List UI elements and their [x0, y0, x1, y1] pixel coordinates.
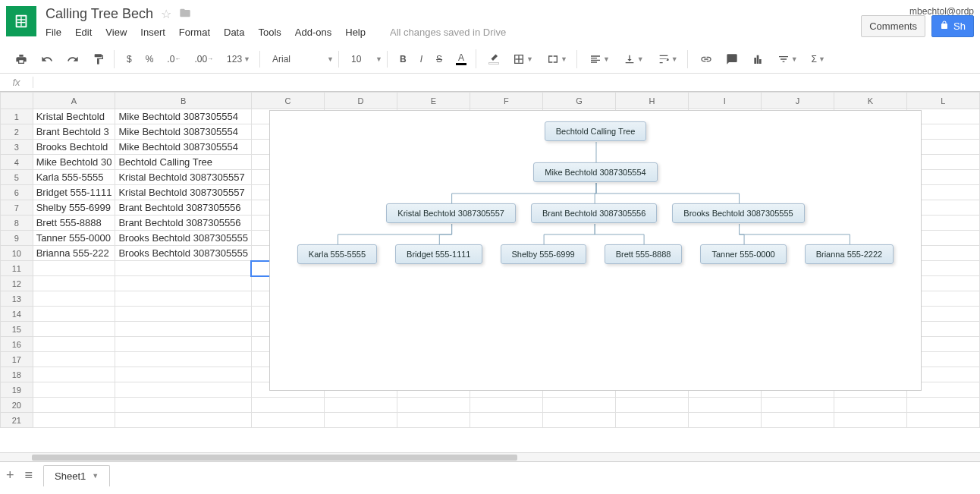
row-header-8[interactable]: 8	[1, 216, 33, 231]
cell-A17[interactable]	[33, 352, 115, 367]
row-header-19[interactable]: 19	[1, 382, 33, 398]
strikethrough-button[interactable]: S	[432, 51, 447, 68]
borders-button[interactable]: ▼	[508, 50, 538, 68]
menu-format[interactable]: Format	[179, 27, 210, 38]
print-icon[interactable]	[11, 50, 32, 68]
sheets-logo[interactable]	[6, 6, 36, 36]
cell-D20[interactable]	[324, 398, 397, 413]
col-header-I[interactable]: I	[688, 93, 761, 109]
col-header-C[interactable]: C	[251, 93, 324, 109]
row-header-7[interactable]: 7	[1, 200, 33, 216]
cell-A6[interactable]: Bridget 555-1111	[33, 185, 115, 200]
number-format[interactable]: 123▼	[222, 51, 255, 68]
cell-B3[interactable]: Mike Bechtold 3087305554	[115, 140, 252, 155]
decrease-decimal[interactable]: .0←	[162, 51, 185, 68]
cell-B6[interactable]: Kristal Bechtold 3087305557	[115, 185, 252, 200]
sheet-area[interactable]: ABCDEFGHIJKL1Kristal BechtoldMike Bechto…	[0, 92, 980, 452]
percent-button[interactable]: %	[141, 51, 159, 68]
cell-H21[interactable]	[615, 413, 688, 428]
col-header-F[interactable]: F	[470, 93, 542, 109]
col-header-G[interactable]: G	[542, 93, 615, 109]
row-header-4[interactable]: 4	[1, 155, 33, 170]
cell-B7[interactable]: Brant Bechtold 3087305556	[115, 200, 252, 216]
cell-B5[interactable]: Kristal Bechtold 3087305557	[115, 170, 252, 185]
cell-B10[interactable]: Brooks Bechtold 3087305555	[115, 246, 252, 261]
row-header-20[interactable]: 20	[1, 398, 33, 413]
cell-E20[interactable]	[397, 398, 470, 413]
cell-A3[interactable]: Brooks Bechtold	[33, 140, 115, 155]
menu-addons[interactable]: Add-ons	[295, 27, 331, 38]
share-button[interactable]: Sh	[931, 15, 974, 37]
cell-G20[interactable]	[542, 398, 615, 413]
cell-A2[interactable]: Brant Bechtold 3	[33, 124, 115, 140]
col-header-E[interactable]: E	[397, 93, 470, 109]
font-size-select[interactable]: 10	[347, 51, 369, 68]
cell-B17[interactable]	[115, 352, 252, 367]
cell-A15[interactable]	[33, 322, 115, 337]
row-header-10[interactable]: 10	[1, 246, 33, 261]
fill-color-button[interactable]	[484, 50, 504, 68]
cell-B12[interactable]	[115, 276, 252, 291]
row-header-6[interactable]: 6	[1, 185, 33, 200]
cell-A21[interactable]	[33, 413, 115, 428]
row-header-17[interactable]: 17	[1, 352, 33, 367]
cell-A13[interactable]	[33, 291, 115, 307]
menu-tools[interactable]: Tools	[258, 27, 281, 38]
row-header-5[interactable]: 5	[1, 170, 33, 185]
row-header-14[interactable]: 14	[1, 307, 33, 322]
document-title[interactable]: Calling Tree Bech	[46, 6, 153, 22]
italic-button[interactable]: I	[416, 51, 427, 68]
menu-file[interactable]: File	[46, 27, 61, 38]
cell-A19[interactable]	[33, 382, 115, 398]
cell-A4[interactable]: Mike Bechtold 30	[33, 155, 115, 170]
col-header-D[interactable]: D	[324, 93, 397, 109]
horizontal-align-button[interactable]: ▼	[585, 50, 614, 68]
col-header-J[interactable]: J	[761, 93, 834, 109]
cell-A7[interactable]: Shelby 555-6999	[33, 200, 115, 216]
cell-C21[interactable]	[251, 413, 324, 428]
cell-A18[interactable]	[33, 367, 115, 382]
col-header-H[interactable]: H	[615, 93, 688, 109]
cell-B20[interactable]	[115, 398, 252, 413]
cell-F20[interactable]	[470, 398, 542, 413]
all-sheets-button[interactable]: ≡	[25, 467, 33, 483]
cell-B9[interactable]: Brooks Bechtold 3087305555	[115, 231, 252, 246]
row-header-12[interactable]: 12	[1, 276, 33, 291]
menu-insert[interactable]: Insert	[140, 27, 165, 38]
cell-A20[interactable]	[33, 398, 115, 413]
currency-button[interactable]: $	[122, 51, 137, 68]
cell-B21[interactable]	[115, 413, 252, 428]
menu-edit[interactable]: Edit	[75, 27, 92, 38]
row-header-2[interactable]: 2	[1, 124, 33, 140]
menu-view[interactable]: View	[105, 27, 127, 38]
cell-B19[interactable]	[115, 382, 252, 398]
horizontal-scrollbar[interactable]	[0, 452, 980, 461]
cell-A12[interactable]	[33, 276, 115, 291]
row-header-3[interactable]: 3	[1, 140, 33, 155]
cell-G21[interactable]	[542, 413, 615, 428]
cell-B14[interactable]	[115, 307, 252, 322]
row-header-18[interactable]: 18	[1, 367, 33, 382]
cell-A16[interactable]	[33, 337, 115, 352]
text-color-button[interactable]: A	[451, 49, 471, 68]
row-header-13[interactable]: 13	[1, 291, 33, 307]
cell-J21[interactable]	[761, 413, 834, 428]
cell-J20[interactable]	[761, 398, 834, 413]
insert-chart-icon[interactable]	[747, 50, 768, 68]
col-header-B[interactable]: B	[115, 93, 252, 109]
cell-I21[interactable]	[688, 413, 761, 428]
vertical-align-button[interactable]: ▼	[619, 50, 649, 68]
increase-decimal[interactable]: .00→	[190, 51, 218, 68]
paint-format-icon[interactable]	[88, 50, 109, 68]
cell-B11[interactable]	[115, 261, 252, 276]
insert-comment-icon[interactable]	[721, 50, 743, 68]
bold-button[interactable]: B	[395, 51, 411, 68]
cell-B2[interactable]: Mike Bechtold 3087305554	[115, 124, 252, 140]
font-select[interactable]: Arial	[268, 51, 321, 68]
row-header-21[interactable]: 21	[1, 413, 33, 428]
cell-A5[interactable]: Karla 555-5555	[33, 170, 115, 185]
cell-K21[interactable]	[834, 413, 906, 428]
row-header-9[interactable]: 9	[1, 231, 33, 246]
sheet-tab-menu-icon[interactable]: ▼	[92, 472, 99, 480]
menu-help[interactable]: Help	[345, 27, 366, 38]
